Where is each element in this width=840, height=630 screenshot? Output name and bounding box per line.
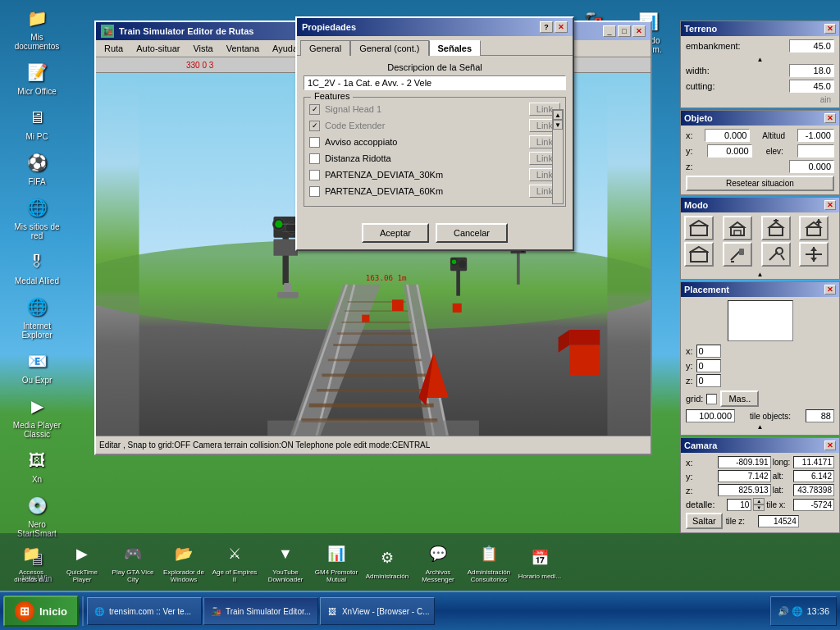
modo-btn-7[interactable]	[761, 242, 791, 267]
icon-mi-pc[interactable]: 🖥 Mi PC	[4, 101, 70, 144]
tile-objects-input[interactable]	[806, 409, 834, 422]
clock: 13:36	[806, 606, 829, 616]
bottom-app-accesos[interactable]: 📁 Accesos directos d...	[7, 539, 56, 585]
taskbar-item-browser[interactable]: 🌐 trensim.com :: Ver te...	[87, 597, 202, 625]
bottom-app-horario[interactable]: 📅 Horario medi...	[515, 543, 564, 582]
cam-tile-z-input[interactable]	[758, 515, 799, 527]
help-button[interactable]: ?	[540, 21, 553, 33]
features-scrollbar[interactable]: ▲ ▼	[552, 109, 564, 204]
bottom-app-gta[interactable]: 🎮 Play GTA Vice City	[108, 539, 158, 585]
tab-general-cont[interactable]: General (cont.)	[350, 40, 428, 56]
tab-general[interactable]: General	[300, 40, 350, 56]
scroll-down[interactable]: ▼	[553, 120, 563, 130]
maximize-button[interactable]: □	[618, 25, 631, 37]
icon-xn[interactable]: 🖼 Xn	[4, 444, 70, 487]
tab-senales[interactable]: Señales	[429, 40, 482, 56]
bottom-app-messenger[interactable]: 💬 Archivos Messenger	[413, 539, 463, 585]
resetear-button[interactable]: Resetear situacion	[686, 176, 834, 191]
icon-internet-explorer[interactable]: 🌐 Internet Explorer	[4, 290, 70, 343]
cam-alt-input[interactable]	[793, 470, 834, 482]
avviso-checkbox[interactable]	[309, 137, 320, 148]
modo-btn-8[interactable]	[799, 242, 829, 267]
placement-z-input[interactable]	[696, 374, 721, 387]
camara-close[interactable]: ✕	[824, 441, 836, 450]
cam-tile-x-input[interactable]	[793, 499, 834, 511]
objeto-x-input[interactable]	[705, 129, 750, 142]
bottom-app-explorer[interactable]: 📂 Explorador de Windows	[159, 539, 208, 585]
partenza30-checkbox[interactable]	[309, 170, 320, 180]
icon-medal[interactable]: 🎖 Medal Allied	[4, 245, 70, 289]
placement-y-input[interactable]	[696, 359, 721, 372]
bottom-app-youtube[interactable]: ▼ YouTube Downloader	[261, 539, 310, 585]
desc-input[interactable]	[304, 75, 566, 90]
icon-mis-documentos[interactable]: 📁 Mis documentos	[4, 2, 70, 54]
taskbar-item-xnview[interactable]: 🖼 XnView - [Browser - C...	[320, 597, 436, 625]
objeto-z-input[interactable]	[789, 160, 834, 173]
distanza-checkbox[interactable]	[309, 153, 320, 164]
cam-x-input[interactable]	[718, 456, 771, 468]
width-input[interactable]	[789, 64, 834, 77]
grid-checkbox[interactable]	[706, 394, 717, 404]
objeto-close[interactable]: ✕	[824, 113, 836, 123]
grid-label: grid:	[686, 394, 703, 404]
modo-btn-5[interactable]	[684, 242, 714, 267]
menu-ruta[interactable]: Ruta	[99, 42, 128, 55]
modo-btn-2[interactable]	[723, 216, 752, 240]
cam-detalle-input[interactable]	[727, 499, 751, 511]
aceptar-button[interactable]: Aceptar	[362, 223, 429, 243]
cancelar-button[interactable]: Cancelar	[436, 223, 508, 243]
taskbar: ⊞ Inicio 🌐 trensim.com :: Ver te... 🚂 Tr…	[0, 591, 840, 630]
placement-arrow[interactable]: ▲	[686, 422, 834, 431]
icon-office[interactable]: 📝 Micr Office	[4, 56, 70, 99]
detalle-stepper-up[interactable]: ▲	[753, 498, 765, 504]
bottom-app-age-of-empires[interactable]: ⚔ Age of Empires II	[210, 539, 259, 585]
close-button[interactable]: ✕	[632, 25, 646, 37]
taskbar-item-train-editor[interactable]: 🚂 Train Simulator Editor...	[203, 597, 318, 625]
cam-lat-input[interactable]	[793, 484, 834, 496]
cam-z-input[interactable]	[718, 484, 771, 496]
cam-y-input[interactable]	[718, 470, 771, 482]
placement-close[interactable]: ✕	[824, 285, 836, 294]
saltar-button[interactable]: Saltar	[686, 513, 723, 529]
menu-vista[interactable]: Vista	[188, 42, 217, 55]
signal-head-checkbox[interactable]: ✓	[309, 104, 320, 115]
menu-ventana[interactable]: Ventana	[221, 42, 264, 55]
modo-btn-3[interactable]	[761, 216, 791, 240]
mas-button[interactable]: Mas..	[720, 390, 759, 407]
cam-lat-label: lat:	[773, 486, 792, 495]
objeto-y-input[interactable]	[707, 144, 752, 158]
bottom-app-quicktime[interactable]: ▶ QuickTime Player	[57, 539, 107, 585]
minimize-button[interactable]: _	[603, 25, 616, 37]
bottom-app-consultorios[interactable]: 📋 Administración Consultorios	[464, 539, 514, 585]
modo-btn-4[interactable]	[799, 216, 829, 240]
icon-mis-sitios[interactable]: 🌐 Mis sitios de red	[4, 191, 70, 244]
start-button[interactable]: ⊞ Inicio	[3, 596, 79, 627]
modo-btn-1[interactable]	[684, 216, 714, 240]
modo-arrow[interactable]: ▲	[681, 270, 839, 279]
icon-outlook[interactable]: 📧 Ou Expr	[4, 345, 70, 388]
bottom-app-gm4[interactable]: 📊 GM4 Promotor Mutual	[312, 539, 361, 585]
elev-input[interactable]	[797, 144, 834, 158]
tile-input[interactable]	[686, 409, 735, 422]
cutting-input[interactable]	[789, 80, 834, 93]
dialog-close-button[interactable]: ✕	[555, 21, 568, 33]
cam-long-input[interactable]	[793, 456, 834, 468]
terreno-arrow[interactable]: ▲	[686, 55, 834, 64]
terreno-close[interactable]: ✕	[824, 24, 836, 34]
bottom-app-label: GM4 Promotor Mutual	[313, 568, 359, 583]
mis-documentos-icon: 📁	[24, 5, 50, 31]
detalle-stepper-down[interactable]: ▼	[753, 504, 765, 511]
partenza60-checkbox[interactable]	[309, 186, 320, 197]
bottom-app-admin[interactable]: ⚙ Administración	[363, 543, 412, 582]
modo-close[interactable]: ✕	[824, 200, 836, 210]
scroll-up[interactable]: ▲	[553, 110, 563, 120]
menu-auto-situar[interactable]: Auto-situar	[131, 42, 185, 55]
modo-btn-6[interactable]	[723, 242, 752, 267]
embankment-input[interactable]	[789, 39, 834, 52]
camara-title: Camara	[684, 441, 717, 450]
placement-x-input[interactable]	[696, 345, 721, 358]
icon-fifa[interactable]: ⚽ FIFA	[4, 146, 70, 189]
code-extender-checkbox[interactable]: ✓	[309, 121, 320, 131]
altitud-input[interactable]	[797, 129, 834, 142]
icon-media-player[interactable]: ▶ Media Player Classic	[4, 390, 70, 442]
